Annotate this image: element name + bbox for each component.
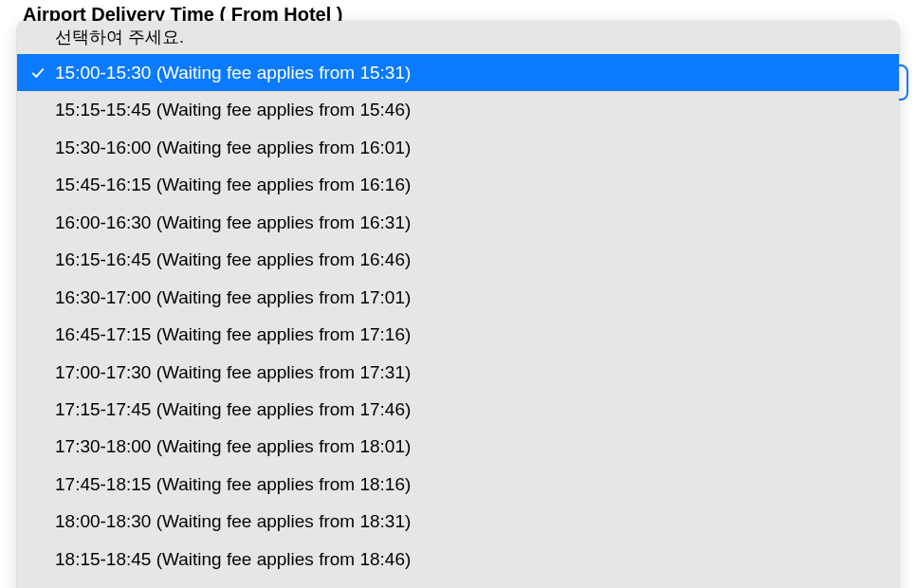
dropdown-option-label: 17:45-18:15 (Waiting fee applies from 18… xyxy=(55,474,411,494)
dropdown-option-label: 17:00-17:30 (Waiting fee applies from 17… xyxy=(55,362,411,382)
time-dropdown[interactable]: 선택하여 주세요. 15:00-15:30 (Waiting fee appli… xyxy=(17,21,899,588)
dropdown-list: 15:00-15:30 (Waiting fee applies from 15… xyxy=(17,54,899,588)
dropdown-option-label: 18:15-18:45 (Waiting fee applies from 18… xyxy=(55,549,411,569)
dropdown-option-label: 15:15-15:45 (Waiting fee applies from 15… xyxy=(55,100,411,119)
dropdown-option[interactable]: 15:45-16:15 (Waiting fee applies from 16… xyxy=(17,166,899,203)
dropdown-option[interactable]: 15:00-15:30 (Waiting fee applies from 15… xyxy=(17,54,899,91)
dropdown-option[interactable]: 17:15-17:45 (Waiting fee applies from 17… xyxy=(17,391,899,428)
dropdown-option[interactable]: 15:15-15:45 (Waiting fee applies from 15… xyxy=(17,91,899,128)
dropdown-option-label: 16:30-17:00 (Waiting fee applies from 17… xyxy=(55,287,411,307)
dropdown-option-label: 16:15-16:45 (Waiting fee applies from 16… xyxy=(55,249,411,269)
dropdown-option[interactable]: 16:45-17:15 (Waiting fee applies from 17… xyxy=(17,316,899,353)
dropdown-option-label: 16:45-17:15 (Waiting fee applies from 17… xyxy=(55,324,411,344)
dropdown-option-label: 15:45-16:15 (Waiting fee applies from 16… xyxy=(55,175,411,194)
dropdown-option[interactable]: 15:30-16:00 (Waiting fee applies from 16… xyxy=(17,129,899,166)
dropdown-option-label: 17:15-17:45 (Waiting fee applies from 17… xyxy=(55,399,411,419)
dropdown-option-label: 15:30-16:00 (Waiting fee applies from 16… xyxy=(55,138,411,157)
dropdown-option[interactable]: 18:30-19:00 (Waiting fee applies from 19… xyxy=(17,578,899,588)
dropdown-option[interactable]: 16:00-16:30 (Waiting fee applies from 16… xyxy=(17,204,899,241)
dropdown-option[interactable]: 17:30-18:00 (Waiting fee applies from 18… xyxy=(17,428,899,465)
dropdown-option[interactable]: 18:00-18:30 (Waiting fee applies from 18… xyxy=(17,503,899,540)
dropdown-option[interactable]: 16:30-17:00 (Waiting fee applies from 17… xyxy=(17,279,899,316)
dropdown-option[interactable]: 18:15-18:45 (Waiting fee applies from 18… xyxy=(17,541,899,578)
dropdown-option[interactable]: 17:45-18:15 (Waiting fee applies from 18… xyxy=(17,466,899,503)
dropdown-option[interactable]: 16:15-16:45 (Waiting fee applies from 16… xyxy=(17,241,899,278)
dropdown-option-label: 18:00-18:30 (Waiting fee applies from 18… xyxy=(55,511,411,531)
checkmark-icon xyxy=(30,65,46,81)
dropdown-option-label: 15:00-15:30 (Waiting fee applies from 15… xyxy=(55,63,411,83)
dropdown-placeholder[interactable]: 선택하여 주세요. xyxy=(17,21,899,54)
dropdown-option[interactable]: 17:00-17:30 (Waiting fee applies from 17… xyxy=(17,354,899,391)
dropdown-option-label: 16:00-16:30 (Waiting fee applies from 16… xyxy=(55,212,411,232)
dropdown-option-label: 17:30-18:00 (Waiting fee applies from 18… xyxy=(55,436,411,456)
